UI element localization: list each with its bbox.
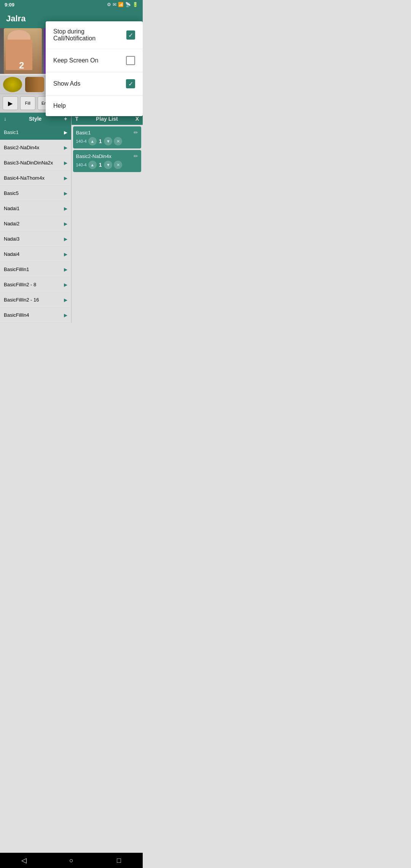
status-bar: 9:09 ⚙ ✉ 📶 📡 🔋 xyxy=(0,0,143,9)
style-item-play-icon: ▶ xyxy=(64,176,67,181)
style-item[interactable]: Basic5 ▶ xyxy=(0,186,71,201)
wifi-icon: 📶 xyxy=(118,2,124,7)
playlist-item-up-button[interactable]: ▲ xyxy=(88,161,97,169)
style-item-play-icon: ▶ xyxy=(64,267,67,272)
style-item-play-icon: ▶ xyxy=(64,130,67,135)
instrument-2 xyxy=(25,77,44,92)
dropdown-item-label: Stop during Call/Notification xyxy=(53,28,126,42)
playlist-t-icon[interactable]: T xyxy=(75,116,79,122)
playlist-item-remove-button[interactable]: ✕ xyxy=(114,161,122,169)
style-item-name: Nadai4 xyxy=(4,251,19,257)
message-icon: ✉ xyxy=(113,2,116,7)
beat-counter: 2 xyxy=(19,60,24,71)
style-item[interactable]: BasicFillIn2 - 16 ▶ xyxy=(0,292,71,308)
style-item[interactable]: Basic4-NaThom4x ▶ xyxy=(0,171,71,186)
settings-icon: ⚙ xyxy=(107,2,111,7)
playlist-items: Basic1 ✏ 140-4 ▲ 1 ▼ ✕ Basic2-NaDin4x ✏ … xyxy=(72,126,143,172)
play-button[interactable]: ▶ xyxy=(3,96,18,110)
dropdown-item-keep-screen-on[interactable]: Keep Screen On xyxy=(46,49,143,72)
style-item[interactable]: Basic1 ▶ xyxy=(0,125,71,140)
playlist-item-tempo: 140-4 xyxy=(76,139,87,144)
style-panel: ↓ Style + Basic1 ▶ Basic2-NaDin4x ▶ Basi… xyxy=(0,113,72,323)
style-item-play-icon: ▶ xyxy=(64,236,67,242)
dropdown-item-label: Show Ads xyxy=(53,80,80,87)
status-time: 9:09 xyxy=(5,2,14,8)
signal-icon: 📡 xyxy=(125,2,131,7)
playlist-item-name: Basic2-NaDin4x xyxy=(76,153,112,159)
style-item-play-icon: ▶ xyxy=(64,145,67,150)
style-item[interactable]: Basic3-NaDinDinNa2x ▶ xyxy=(0,155,71,171)
style-item-name: Nadai3 xyxy=(4,236,19,242)
style-item-play-icon: ▶ xyxy=(64,221,67,227)
style-item-name: Basic2-NaDin4x xyxy=(4,145,39,150)
style-panel-title: Style xyxy=(29,116,41,122)
playlist-item-controls: 140-4 ▲ 1 ▼ ✕ xyxy=(76,161,139,169)
style-item-name: BasicFillIn4 xyxy=(4,312,29,318)
playlist-item-down-button[interactable]: ▼ xyxy=(104,161,112,169)
style-item-name: BasicFillIn2 - 16 xyxy=(4,297,39,303)
style-item-name: BasicFillIn2 - 8 xyxy=(4,282,36,287)
style-item-name: Basic5 xyxy=(4,190,19,196)
playlist-panel: T Play List X Basic1 ✏ 140-4 ▲ 1 ▼ ✕ Bas… xyxy=(72,113,143,323)
panels: ↓ Style + Basic1 ▶ Basic2-NaDin4x ▶ Basi… xyxy=(0,113,143,323)
style-item-name: BasicFillIn1 xyxy=(4,266,29,272)
dropdown-item-help[interactable]: Help xyxy=(46,96,143,116)
dropdown-item-show-ads[interactable]: Show Ads ✓ xyxy=(46,72,143,96)
style-add-icon[interactable]: + xyxy=(64,116,67,122)
style-item[interactable]: Nadai3 ▶ xyxy=(0,231,71,247)
dropdown-item-checkbox-show-ads[interactable]: ✓ xyxy=(126,79,135,88)
fill-button[interactable]: Fill xyxy=(20,96,35,110)
style-item-name: Basic4-NaThom4x xyxy=(4,175,45,181)
instrument-1 xyxy=(3,77,22,92)
dropdown-item-label: Keep Screen On xyxy=(53,57,98,64)
style-item-play-icon: ▶ xyxy=(64,252,67,257)
style-item[interactable]: Nadai2 ▶ xyxy=(0,216,71,231)
style-item-name: Nadai2 xyxy=(4,221,19,227)
playlist-item-down-button[interactable]: ▼ xyxy=(104,137,112,145)
status-icons: ⚙ ✉ 📶 📡 🔋 xyxy=(107,2,138,7)
style-item-name: Nadai1 xyxy=(4,206,19,211)
playlist-item: Basic1 ✏ 140-4 ▲ 1 ▼ ✕ xyxy=(73,126,142,148)
style-item[interactable]: Basic2-NaDin4x ▶ xyxy=(0,140,71,155)
style-item-play-icon: ▶ xyxy=(64,282,67,287)
style-down-icon[interactable]: ↓ xyxy=(4,116,6,122)
playlist-item-tempo: 140-4 xyxy=(76,163,87,167)
playlist-item-count: 1 xyxy=(99,138,102,144)
app-title: Jalra xyxy=(6,14,25,23)
playlist-item-name: Basic1 xyxy=(76,130,91,136)
style-item[interactable]: Nadai1 ▶ xyxy=(0,201,71,216)
style-item-play-icon: ▶ xyxy=(64,191,67,196)
style-item-name: Basic1 xyxy=(4,129,19,135)
playlist-item-count: 1 xyxy=(99,162,102,168)
style-item-play-icon: ▶ xyxy=(64,160,67,166)
playlist-item: Basic2-NaDin4x ✏ 140-4 ▲ 1 ▼ ✕ xyxy=(73,150,142,172)
playlist-close-icon[interactable]: X xyxy=(135,116,139,122)
dropdown-item-checkbox-keep-screen-on[interactable] xyxy=(126,56,135,65)
battery-icon: 🔋 xyxy=(132,2,138,7)
style-item-play-icon: ▶ xyxy=(64,297,67,303)
style-item[interactable]: BasicFillIn4 ▶ xyxy=(0,308,71,323)
style-item-play-icon: ▶ xyxy=(64,313,67,318)
style-item[interactable]: Nadai4 ▶ xyxy=(0,247,71,262)
playlist-panel-title: Play List xyxy=(96,116,118,122)
dropdown-item-label: Help xyxy=(53,102,66,109)
style-item[interactable]: BasicFillIn1 ▶ xyxy=(0,262,71,277)
playlist-item-edit-icon[interactable]: ✏ xyxy=(134,153,138,159)
playlist-item-controls: 140-4 ▲ 1 ▼ ✕ xyxy=(76,137,139,145)
style-list: Basic1 ▶ Basic2-NaDin4x ▶ Basic3-NaDinDi… xyxy=(0,125,71,323)
dropdown-item-checkbox-stop-during-call[interactable]: ✓ xyxy=(126,30,135,40)
playlist-item-remove-button[interactable]: ✕ xyxy=(114,137,122,145)
dropdown-item-stop-during-call[interactable]: Stop during Call/Notification ✓ xyxy=(46,21,143,49)
playlist-item-edit-icon[interactable]: ✏ xyxy=(134,129,138,136)
style-item-name: Basic3-NaDinDinNa2x xyxy=(4,160,53,166)
playlist-item-up-button[interactable]: ▲ xyxy=(88,137,97,145)
style-item[interactable]: BasicFillIn2 - 8 ▶ xyxy=(0,277,71,292)
style-item-play-icon: ▶ xyxy=(64,206,67,211)
dropdown-menu: Stop during Call/Notification ✓ Keep Scr… xyxy=(46,21,143,116)
